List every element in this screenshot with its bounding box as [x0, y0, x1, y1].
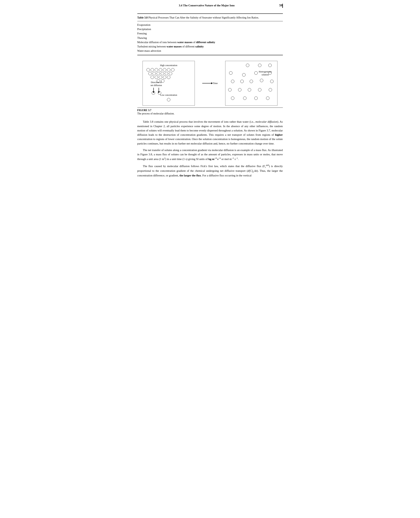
molecule-circle — [243, 97, 247, 100]
table-item: Water-mass advection — [137, 49, 283, 53]
molecule-circle — [254, 71, 258, 75]
molecule-circle — [163, 68, 166, 71]
molecule-circle — [161, 72, 164, 75]
table-item: Precipitation — [137, 27, 283, 31]
molecule-circle — [260, 79, 263, 82]
molecule-circle — [231, 80, 234, 83]
molecule-circle — [248, 88, 251, 91]
molecule-circle — [231, 97, 234, 100]
molecule-circle — [242, 73, 246, 76]
molecule-circle — [269, 88, 272, 91]
molecule-circle — [163, 76, 166, 79]
figure-caption-text: The process of molecular diffusion. — [137, 112, 174, 115]
page-number: 59 — [276, 4, 282, 7]
circles-right — [225, 61, 277, 106]
diffusion-label: Direction ofnet diffusion — [150, 81, 162, 87]
table-caption-text: Physical Processes That Can Alter the Sa… — [148, 16, 259, 19]
diagram-left-box: High concentration — [142, 61, 195, 106]
molecule-circle — [229, 71, 232, 75]
molecule-circle — [165, 72, 168, 75]
molecule-circle — [146, 68, 150, 71]
molecule-circle — [268, 64, 272, 67]
diagram-left: High concentration — [145, 63, 192, 103]
figure-label: FIGURE 3.7 — [137, 109, 283, 112]
header-title: 3.4 The Conservative Nature of the Major… — [137, 4, 276, 7]
time-arrow: Time — [202, 82, 218, 85]
molecule-circle — [167, 68, 170, 71]
figure-3-7-container: High concentration — [137, 61, 283, 106]
paragraph-3: The flux caused by molecular diffusion f… — [137, 164, 283, 178]
paragraph-1: Table 3.8 contains one physical process … — [137, 120, 283, 146]
molecule-circle — [157, 72, 160, 75]
table-item: Turbulent mixing between water masses of… — [137, 45, 283, 49]
molecule-circle — [159, 76, 162, 79]
molecule-circle — [148, 72, 152, 75]
molecule-circle — [268, 71, 272, 75]
table-item: Freezing — [137, 31, 283, 36]
molecule-circle — [228, 88, 232, 91]
table-item-list: Evaporation Precipitation Freezing Thawi… — [137, 23, 283, 53]
table-3-8: Table 3.8 Physical Processes That Can Al… — [137, 14, 283, 55]
molecule-circle — [258, 88, 261, 91]
molecule-circle — [258, 64, 261, 67]
molecule-circle — [155, 76, 158, 79]
high-conc-label: High concentration — [160, 64, 177, 67]
table-caption: Table 3.8 Physical Processes That Can Al… — [137, 16, 283, 20]
molecule-circle — [246, 64, 249, 67]
molecule-circle — [167, 98, 170, 101]
molecule-circle — [238, 88, 241, 91]
section-number: 3.4 — [179, 4, 182, 7]
molecule-circle — [169, 72, 172, 75]
table-item: Molecular diffusion of ions between wate… — [137, 40, 283, 45]
figure-caption-block: FIGURE 3.7 The process of molecular diff… — [137, 107, 283, 115]
molecule-circle — [152, 91, 155, 95]
molecule-circle — [254, 97, 258, 100]
molecule-circle — [159, 68, 162, 71]
table-label: Table 3.8 — [137, 16, 148, 19]
molecule-circle — [240, 80, 244, 83]
arrow-line — [202, 83, 212, 84]
low-conc-label: Low concentration — [160, 94, 177, 97]
molecule-circle — [150, 76, 154, 79]
diagram-right-box: Homogeneoussolution — [225, 61, 278, 106]
molecule-circle — [171, 68, 174, 71]
body-text: Table 3.8 contains one physical process … — [137, 120, 283, 178]
paragraph-2: The net transfer of solutes along a conc… — [137, 148, 283, 161]
time-label: Time — [213, 82, 218, 85]
table-item: Thawing — [137, 36, 283, 40]
circles-top — [146, 68, 191, 83]
page-header: 3.4 The Conservative Nature of the Major… — [137, 4, 283, 8]
molecule-circle — [270, 80, 274, 83]
molecule-circle-bottom — [167, 98, 170, 102]
molecule-circle — [250, 80, 253, 83]
molecule-circle — [155, 68, 158, 71]
table-rule — [137, 21, 283, 21]
molecule-circle — [266, 97, 270, 100]
header-text: The Conservative Nature of the Major Ion… — [183, 4, 235, 7]
molecule-circle — [152, 72, 156, 75]
molecule-circle — [167, 76, 170, 79]
table-item: Evaporation — [137, 23, 283, 27]
molecule-circle — [150, 68, 154, 71]
